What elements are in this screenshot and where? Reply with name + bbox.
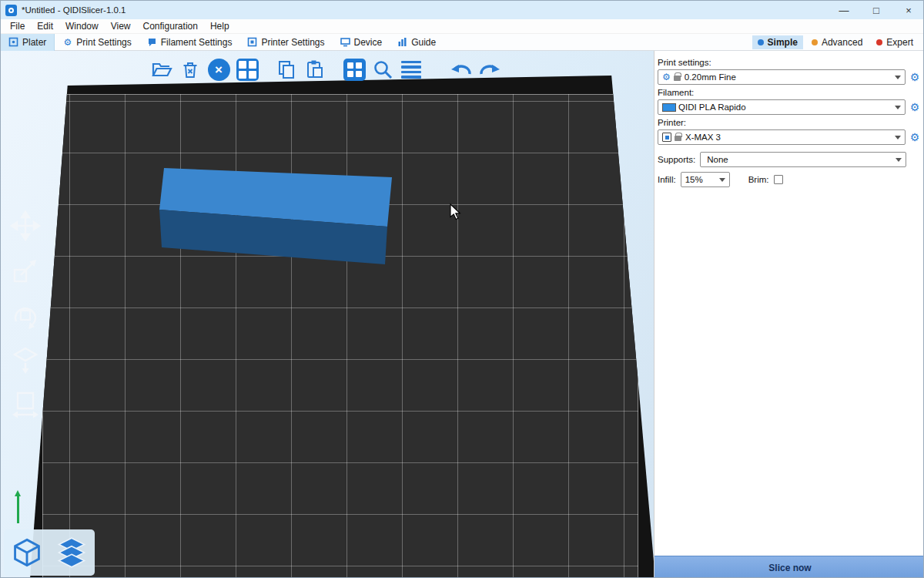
printer-label: Printer: (658, 118, 922, 127)
menu-edit[interactable]: Edit (31, 19, 59, 34)
filament-value: QIDI PLA Rapido (678, 102, 746, 112)
chevron-down-icon (895, 136, 901, 139)
infill-combo[interactable]: 15% (681, 172, 730, 187)
tab-printer-settings-label: Printer Settings (261, 37, 324, 48)
place-on-face-tool-button[interactable] (8, 343, 42, 377)
tab-guide[interactable]: Guide (390, 34, 444, 51)
menu-window[interactable]: Window (59, 19, 105, 34)
3d-cube-icon (12, 538, 42, 567)
window-title: *Untitled - QIDISlicer-1.0.1 (22, 5, 126, 15)
printer-value: X-MAX 3 (685, 133, 721, 142)
supports-label: Supports: (658, 155, 695, 164)
open-file-button[interactable] (149, 56, 175, 82)
tab-bar: Plater ⚙ Print Settings Filament Setting… (1, 34, 924, 51)
tab-printer-settings[interactable]: Printer Settings (239, 34, 332, 51)
mode-expert-label: Expert (886, 37, 913, 48)
arrange-button[interactable] (234, 56, 260, 82)
height-range-icon (10, 389, 41, 420)
height-range-tool-button[interactable] (8, 388, 42, 422)
printer-combo[interactable]: X-MAX 3 (658, 129, 906, 145)
supports-combo[interactable]: None (700, 152, 906, 167)
print-settings-label: Print settings: (658, 58, 922, 67)
brim-checkbox[interactable] (774, 175, 783, 184)
tab-plater-label: Plater (22, 37, 46, 48)
layers-icon (56, 537, 87, 568)
trash-icon (180, 59, 200, 79)
rotate-icon (10, 300, 41, 331)
arrange-icon (236, 59, 259, 81)
filament-label: Filament: (658, 88, 922, 97)
print-settings-gear-button[interactable]: ⚙ (908, 72, 922, 82)
rotate-tool-button[interactable] (8, 298, 42, 332)
brim-label: Brim: (748, 175, 769, 184)
advanced-mode-dot-icon (812, 39, 818, 45)
paste-icon (305, 59, 325, 79)
top-toolbar: × (149, 53, 505, 86)
title-bar: *Untitled - QIDISlicer-1.0.1 — □ × (1, 1, 924, 19)
lock-icon (675, 136, 681, 141)
mode-expert[interactable]: Expert (871, 35, 919, 49)
slice-now-button[interactable]: Slice now (654, 556, 924, 578)
chevron-down-icon (895, 106, 901, 109)
variable-layer-height-icon (401, 61, 421, 79)
mode-simple-label: Simple (768, 37, 798, 48)
preview-layers-button[interactable] (52, 533, 92, 573)
redo-button[interactable] (477, 56, 503, 82)
scale-tool-button[interactable] (8, 254, 42, 287)
printer-settings-icon (247, 37, 257, 47)
mode-advanced[interactable]: Advanced (806, 35, 868, 49)
copy-button[interactable] (273, 56, 300, 82)
build-plate-grid (42, 94, 638, 578)
delete-all-button[interactable]: × (206, 56, 232, 82)
3d-viewport[interactable]: × (1, 51, 654, 578)
supports-value: None (707, 155, 728, 164)
variable-layer-height-button[interactable] (398, 56, 424, 82)
tab-filament-settings-label: Filament Settings (161, 37, 233, 48)
expert-mode-dot-icon (876, 39, 882, 45)
print-settings-combo[interactable]: ⚙ 0.20mm Fine (658, 69, 906, 85)
tab-plater[interactable]: Plater (1, 34, 55, 51)
simple-mode-dot-icon (758, 39, 764, 45)
minimize-button[interactable]: — (828, 1, 860, 19)
filament-gear-button[interactable]: ⚙ (908, 102, 922, 113)
3d-editor-view-button[interactable] (7, 533, 47, 573)
redo-icon (477, 59, 502, 79)
axis-indicator (17, 496, 19, 523)
lock-icon (674, 76, 681, 81)
search-icon (373, 59, 393, 80)
menu-file[interactable]: File (4, 19, 31, 34)
tab-print-settings-label: Print Settings (76, 37, 131, 48)
undo-icon (449, 59, 474, 79)
delete-all-icon: × (208, 59, 230, 81)
open-folder-icon (151, 59, 172, 79)
move-tool-button[interactable] (8, 209, 42, 243)
search-button[interactable] (370, 56, 396, 82)
menu-help[interactable]: Help (204, 19, 236, 34)
tab-filament-settings[interactable]: Filament Settings (139, 34, 240, 51)
infill-value: 15% (685, 175, 703, 184)
paste-button[interactable] (302, 56, 328, 82)
printer-gear-button[interactable]: ⚙ (908, 132, 922, 143)
tab-device-label: Device (354, 37, 383, 48)
mode-simple[interactable]: Simple (752, 35, 803, 49)
window-controls: — □ × (828, 1, 924, 19)
chevron-down-icon (719, 178, 725, 182)
tab-print-settings[interactable]: ⚙ Print Settings (55, 34, 139, 51)
close-button[interactable]: × (892, 1, 924, 19)
tab-device[interactable]: Device (333, 34, 390, 51)
maximize-button[interactable]: □ (860, 1, 892, 19)
filament-settings-icon (147, 37, 157, 47)
app-logo-icon (5, 5, 17, 16)
gear-icon: ⚙ (662, 72, 671, 82)
filament-color-swatch (662, 103, 676, 112)
split-to-objects-button[interactable] (341, 56, 367, 82)
app-window: *Untitled - QIDISlicer-1.0.1 — □ × File … (0, 0, 924, 578)
undo-button[interactable] (448, 56, 474, 82)
sidebar: Print settings: ⚙ 0.20mm Fine ⚙ Filament… (654, 51, 924, 578)
delete-button[interactable] (177, 56, 203, 82)
copy-icon (276, 59, 296, 79)
menu-view[interactable]: View (105, 19, 137, 34)
menu-configuration[interactable]: Configuration (137, 19, 204, 34)
filament-combo[interactable]: QIDI PLA Rapido (658, 99, 906, 115)
chevron-down-icon (896, 158, 902, 162)
